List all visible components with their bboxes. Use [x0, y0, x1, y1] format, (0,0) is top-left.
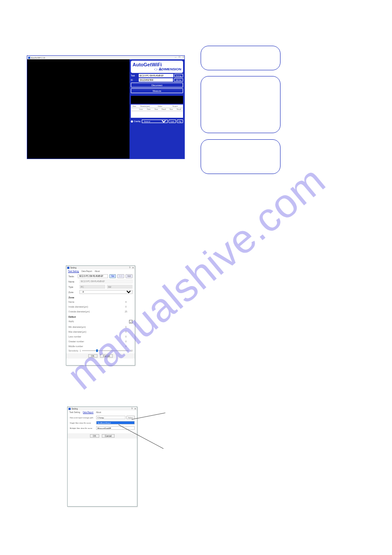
dlg1-title: Setting	[70, 267, 76, 269]
min-dia-label: Min diameter(μm)	[68, 326, 86, 328]
sensitivity-max: 10	[130, 349, 133, 352]
col-group-scratch: Scratch	[168, 105, 183, 108]
name-value: IEC2.0-PC-SM-RL40dB-EF	[79, 279, 133, 283]
app-titlebar: AutoGetWiFi 1.13 — ☐ ✕	[27, 56, 184, 59]
app-title: AutoGetWiFi 1.13	[31, 57, 45, 59]
section-zone: Zone	[68, 295, 133, 299]
edit-button[interactable]: Edit	[117, 274, 124, 278]
id-label: ID	[131, 79, 138, 81]
col-group-defect: Defect	[152, 105, 167, 108]
app-window: AutoGetWiFi 1.13 — ☐ ✕ AutoGetWiFi ᏜDIME…	[27, 55, 185, 159]
middle-num-label: Middle number	[68, 345, 83, 348]
overlay-select[interactable]: General	[142, 120, 168, 123]
annotation-box-2	[201, 76, 281, 133]
table-corner: Zone	[131, 105, 137, 108]
tab-about[interactable]: About	[95, 270, 100, 273]
dlg1-cancel-button[interactable]: Cancel	[100, 354, 113, 358]
single-file-input[interactable]	[96, 421, 135, 424]
type-label: Type	[68, 286, 78, 288]
dlg1-ok-button[interactable]: OK	[88, 354, 97, 358]
dlg1-tabs: Task Setting Data Report About	[66, 269, 135, 273]
name-label: Name	[68, 280, 78, 283]
inside-dia-label: Inside diameter(μm)	[68, 305, 88, 308]
tab-task-setting[interactable]: Task Setting	[68, 270, 79, 273]
col-defect-num: Num	[152, 108, 160, 111]
dlg1-titlebar: Setting ? ✕	[66, 266, 135, 269]
setting-dialog-task: Setting ? ✕ Task Setting Data Report Abo…	[66, 265, 135, 366]
zone-name-value: A	[119, 301, 133, 303]
zone-table: Zone Diameter(μm) Defect Scratch Inner O…	[131, 105, 183, 118]
dlg2-tabs: Task Setting Data Report About	[68, 410, 137, 414]
zone-name-label: Name	[68, 301, 74, 303]
overlay-label: Overlay	[131, 120, 141, 123]
annotation-box-3	[201, 139, 281, 174]
add-button[interactable]: Add	[126, 274, 133, 278]
overlay-radio-icon[interactable]	[131, 120, 133, 123]
dlg2-icon	[68, 408, 71, 410]
tab2-task-setting[interactable]: Task Setting	[69, 411, 80, 414]
tab2-data-report[interactable]: Data Report	[83, 411, 94, 414]
brand-sub: ᏜDIMENSION	[133, 67, 181, 72]
brand-card: AutoGetWiFi ᏜDIMENSION	[131, 61, 183, 73]
dlg1-close-button[interactable]: ✕	[132, 266, 134, 269]
id-input[interactable]	[139, 78, 173, 82]
sensitivity-label: Sensitivity	[68, 349, 79, 352]
middle-num-value: 0	[119, 345, 133, 348]
max-dia-label: Max diameter(μm)	[68, 330, 86, 333]
brand-logo-icon	[154, 67, 158, 72]
dlg1-help-button[interactable]: ?	[129, 266, 130, 269]
col-inner: Inner	[137, 108, 145, 111]
min-dia-value: 0	[119, 326, 133, 328]
col-scratch-num: Num	[168, 108, 175, 111]
setting-button[interactable]: Setting	[174, 74, 183, 77]
task-label: Task	[131, 75, 138, 77]
inside-dia-value: 0	[119, 305, 133, 308]
minimize-button[interactable]: —	[175, 56, 176, 58]
apply-checkbox[interactable]: ✓	[129, 320, 133, 323]
dlg2-cancel-button[interactable]: Cancel	[102, 434, 115, 438]
multi-file-label: Multiple fiber data file name	[70, 427, 95, 429]
dlg2-titlebar: Setting ? ✕	[68, 407, 137, 410]
type-sm: SM	[107, 285, 133, 289]
del-button[interactable]: ⌫ Del	[174, 78, 183, 82]
app-icon	[28, 57, 30, 59]
video-pane	[27, 59, 129, 159]
flip-button[interactable]: Flip	[177, 120, 183, 123]
slider-thumb[interactable]	[96, 349, 98, 352]
storage-path-label: Data and report storage path	[70, 417, 95, 419]
set-button[interactable]: Set	[109, 274, 116, 278]
col-group-diameter: Diameter(μm)	[137, 105, 152, 108]
dlg2-help-button[interactable]: ?	[131, 407, 133, 410]
greater-num-label: Greater number	[68, 340, 84, 343]
zone-label: Zone	[68, 291, 78, 294]
measure-button[interactable]: Measure	[131, 88, 183, 93]
tasks-label: Tasks	[68, 275, 76, 278]
sensitivity-slider[interactable]	[82, 350, 129, 351]
close-button[interactable]: ✕	[183, 56, 184, 58]
col-outer: Outer	[145, 108, 152, 111]
zone-select[interactable]: A	[79, 290, 133, 294]
annotation-box-1	[201, 46, 281, 70]
tasks-select[interactable]	[78, 274, 108, 278]
sensitivity-min: 1	[80, 349, 81, 352]
storage-path-input[interactable]	[96, 416, 126, 419]
disconnect-button[interactable]: Disconnect	[131, 83, 183, 87]
less-num-label: Less number	[68, 335, 81, 338]
dlg2-close-button[interactable]: ✕	[134, 407, 136, 410]
greater-num-value: 0	[119, 340, 133, 343]
setting-dialog-report: Setting ? ✕ Task Setting Data Report Abo…	[67, 406, 137, 507]
dlg1-icon	[67, 267, 69, 269]
tab2-about[interactable]: About	[96, 411, 101, 414]
col-scratch-result: Result	[175, 108, 183, 111]
max-dia-value: 0	[119, 330, 133, 333]
thumbnail-video	[131, 96, 183, 104]
outside-dia-label: Outside diameter(μm)	[68, 310, 90, 313]
type-pc: PC	[79, 285, 105, 289]
less-num-value: 0	[119, 335, 133, 338]
tab-data-report[interactable]: Data Report	[82, 270, 92, 273]
task-select[interactable]	[139, 74, 173, 77]
maximize-button[interactable]: ☐	[179, 56, 180, 58]
load-button[interactable]: Load	[169, 120, 176, 123]
dlg2-ok-button[interactable]: OK	[90, 434, 99, 438]
multi-file-input[interactable]	[96, 426, 135, 430]
